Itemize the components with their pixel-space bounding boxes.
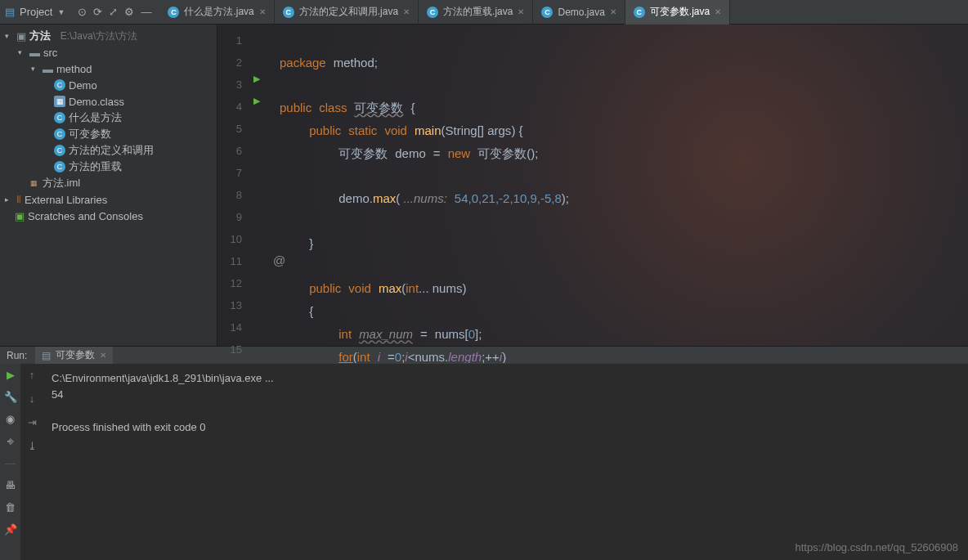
scroll-icon[interactable]: ⤓ xyxy=(28,440,37,452)
close-icon[interactable]: ✕ xyxy=(610,7,616,16)
run-toolbar-left: ▶ 🔧 ◉ ⎆ — 🖶 🗑 📌 xyxy=(0,364,20,560)
project-label[interactable]: Project xyxy=(20,6,52,18)
down-icon[interactable]: ↓ xyxy=(29,392,35,405)
console-output[interactable]: C:\Environment\java\jdk1.8_291\bin\java.… xyxy=(43,364,968,560)
project-icon: ▤ xyxy=(5,6,15,18)
java-icon: C xyxy=(634,7,645,18)
tab-1[interactable]: C方法的定义和调用.java✕ xyxy=(275,0,419,25)
tree-iml[interactable]: ▦方法.iml xyxy=(0,175,217,191)
main-area: ▾▣方法 E:\Java\方法\方法 ▾▬src ▾▬method CDemo … xyxy=(0,25,968,363)
close-icon[interactable]: ✕ xyxy=(518,7,524,16)
java-icon: C xyxy=(54,128,65,140)
exit-icon[interactable]: ⎆ xyxy=(7,435,14,447)
tree-file[interactable]: C可变参数 xyxy=(0,126,217,142)
collapse-icon[interactable]: ⤢ xyxy=(109,6,118,18)
divider: — xyxy=(5,457,16,469)
java-icon: C xyxy=(168,7,179,18)
chevron-down-icon[interactable]: ▼ xyxy=(57,8,65,16)
tree-root[interactable]: ▾▣方法 E:\Java\方法\方法 xyxy=(0,28,217,44)
java-icon: C xyxy=(54,112,65,123)
run-toolbar-inner: ↑ ↓ ⇥ ⤓ xyxy=(20,364,43,560)
close-icon[interactable]: ✕ xyxy=(715,7,721,16)
trash-icon[interactable]: 🗑 xyxy=(5,501,16,513)
tree-file[interactable]: C方法的定义和调用 xyxy=(0,142,217,159)
run-gutter-icon[interactable]: ▶ xyxy=(253,96,260,106)
minimize-icon[interactable]: — xyxy=(141,6,151,18)
close-icon[interactable]: ✕ xyxy=(100,351,106,360)
java-icon: C xyxy=(54,161,65,172)
print-icon[interactable]: 🖶 xyxy=(5,479,16,491)
java-icon: C xyxy=(54,145,65,156)
close-icon[interactable]: ✕ xyxy=(403,7,410,16)
tab-4[interactable]: C可变参数.java✕ xyxy=(625,0,730,25)
run-config-icon: ▤ xyxy=(42,350,51,361)
folder-icon: ▬ xyxy=(29,47,40,59)
class-icon: ▦ xyxy=(54,96,65,107)
refresh-icon[interactable]: ⟳ xyxy=(93,6,102,18)
editor-tabs: C什么是方法.java✕ C方法的定义和调用.java✕ C方法的重载.java… xyxy=(159,0,968,25)
wrench-icon[interactable]: 🔧 xyxy=(4,391,17,403)
rerun-icon[interactable]: ▶ xyxy=(7,369,15,381)
java-icon: C xyxy=(54,79,65,91)
tree-pkg[interactable]: ▾▬method xyxy=(0,60,217,77)
run-gutter-icon[interactable]: ▶ xyxy=(253,74,260,84)
watermark: https://blog.csdn.net/qq_52606908 xyxy=(795,541,959,553)
line-gutter: 123456789101112131415 xyxy=(217,25,253,361)
pin-icon[interactable]: 📌 xyxy=(4,523,17,535)
tree-file[interactable]: C什么是方法 xyxy=(0,110,217,126)
tree-src[interactable]: ▾▬src xyxy=(0,44,217,60)
close-icon[interactable]: ✕ xyxy=(259,7,266,16)
library-icon: ⫴ xyxy=(16,193,21,206)
wrap-icon[interactable]: ⇥ xyxy=(28,416,37,428)
run-tab[interactable]: ▤可变参数✕ xyxy=(35,347,113,364)
run-panel: Run: ▤可变参数✕ ▶ 🔧 ◉ ⎆ — 🖶 🗑 📌 ↑ ↓ ⇥ ⤓ C:\E… xyxy=(0,363,968,560)
up-icon[interactable]: ↑ xyxy=(29,369,35,381)
tree-file[interactable]: CDemo xyxy=(0,77,217,93)
package-icon: ▬ xyxy=(43,63,53,75)
settings-icon[interactable]: ⚙ xyxy=(124,6,134,18)
scratch-icon: ▣ xyxy=(15,210,25,222)
tree-scratch[interactable]: ▣Scratches and Consoles xyxy=(0,208,217,224)
tree-file[interactable]: ▦Demo.class xyxy=(0,93,217,110)
java-icon: C xyxy=(541,7,553,18)
java-icon: C xyxy=(427,7,438,18)
tab-3[interactable]: CDemo.java✕ xyxy=(533,0,625,25)
stop-icon[interactable]: ◉ xyxy=(6,413,15,425)
tab-0[interactable]: C什么是方法.java✕ xyxy=(159,0,274,25)
project-panel: ▾▣方法 E:\Java\方法\方法 ▾▬src ▾▬method CDemo … xyxy=(0,25,217,363)
java-icon: C xyxy=(283,7,294,18)
code-content: package method; public class 可变参数 { publ… xyxy=(280,29,968,363)
override-icon: @ xyxy=(273,253,285,267)
code-editor[interactable]: 123456789101112131415 ▶ ▶ @ package meth… xyxy=(217,25,968,363)
target-icon[interactable]: ⊙ xyxy=(78,6,87,18)
topbar: ▤ Project ▼ ⊙ ⟳ ⤢ ⚙ — C什么是方法.java✕ C方法的定… xyxy=(0,0,968,25)
tree-file[interactable]: C方法的重载 xyxy=(0,159,217,175)
tab-2[interactable]: C方法的重载.java✕ xyxy=(419,0,533,25)
tree-ext-lib[interactable]: ▸⫴External Libraries xyxy=(0,191,217,208)
folder-icon: ▣ xyxy=(16,30,26,43)
run-label: Run: xyxy=(7,350,27,361)
iml-icon: ▦ xyxy=(28,177,39,189)
project-tree: ▾▣方法 E:\Java\方法\方法 ▾▬src ▾▬method CDemo … xyxy=(0,25,217,227)
